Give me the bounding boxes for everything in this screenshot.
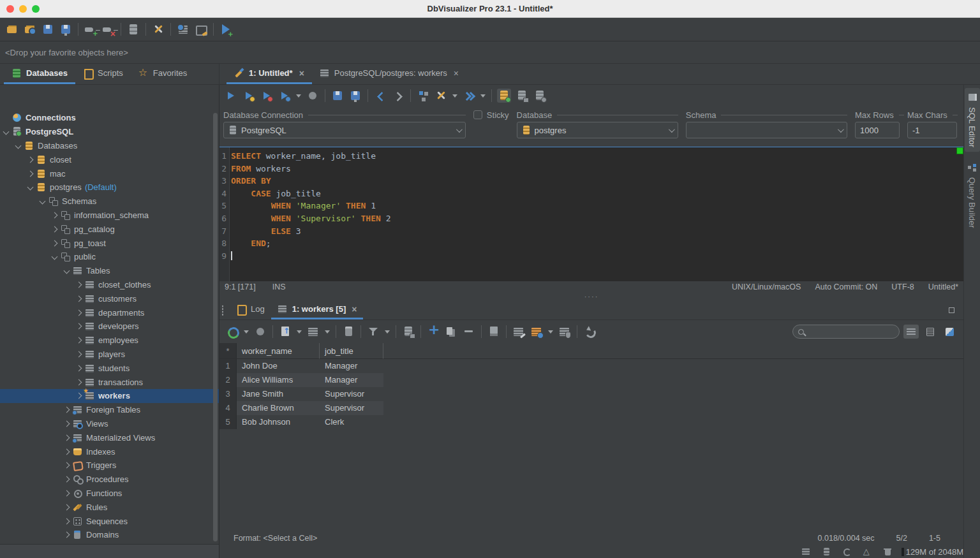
plus-icon[interactable]: [426, 325, 440, 339]
chevron-closed-icon[interactable]: [76, 337, 82, 344]
favorites-drop-bar[interactable]: <Drop your favorite objects here>: [0, 41, 980, 64]
chevron-closed-icon[interactable]: [52, 226, 58, 232]
grid-icon[interactable]: [306, 325, 320, 339]
tree-item-employees[interactable]: employees: [0, 334, 219, 348]
minus-icon[interactable]: [462, 325, 476, 339]
chevron-open-icon[interactable]: [3, 129, 10, 135]
tree-item-information-schema[interactable]: information_schema: [0, 209, 219, 223]
chevron-closed-icon[interactable]: [76, 365, 82, 371]
cell-worker-name[interactable]: John Doe: [237, 359, 320, 373]
chevron-down-icon[interactable]: [548, 330, 553, 334]
chevron-down-icon[interactable]: [297, 330, 302, 334]
results-tab-log[interactable]: Log: [230, 300, 271, 319]
search-input[interactable]: [807, 327, 894, 336]
tree-item-postgresql[interactable]: PostgreSQL: [0, 125, 219, 139]
row-number[interactable]: 1: [219, 359, 237, 373]
tree-item-workers[interactable]: workers: [0, 389, 219, 403]
side-tab-query-builder[interactable]: Query Builder: [965, 158, 980, 232]
sidebar-scrollbar[interactable]: [213, 113, 218, 541]
db-save-icon[interactable]: [401, 325, 415, 339]
minimize-window-button[interactable]: [19, 5, 27, 13]
horizontal-splitter[interactable]: ····: [219, 293, 963, 300]
tree-item-views[interactable]: Views: [0, 417, 219, 431]
code-line[interactable]: 2FROM workers: [219, 163, 963, 175]
chevron-open-icon[interactable]: [52, 254, 58, 260]
tree-item-developers[interactable]: developers: [0, 319, 219, 334]
chevron-closed-icon[interactable]: [64, 504, 70, 510]
code-line[interactable]: 4 CASE job_title: [219, 187, 963, 200]
table-clock-icon[interactable]: [176, 22, 190, 36]
row-number[interactable]: 2: [219, 373, 237, 387]
calc-icon[interactable]: [341, 325, 355, 339]
tools-icon[interactable]: [151, 22, 165, 36]
export-icon[interactable]: [278, 325, 292, 339]
mini-db-icon[interactable]: [821, 547, 831, 557]
play-blue-icon[interactable]: [278, 89, 292, 103]
tree-item-closet[interactable]: closet: [0, 152, 219, 166]
orgchart-icon[interactable]: [416, 89, 430, 103]
split-view-button[interactable]: [942, 325, 957, 339]
close-icon[interactable]: ×: [299, 68, 304, 78]
save-as-icon[interactable]: [59, 22, 73, 36]
chevron-down-icon[interactable]: [325, 330, 330, 334]
save-icon[interactable]: [330, 89, 345, 103]
tree-item-indexes[interactable]: Indexes: [0, 444, 219, 459]
db-active-icon[interactable]: [497, 89, 511, 103]
code-line[interactable]: 7 ELSE 3: [219, 225, 963, 238]
tree-item-departments[interactable]: departments: [0, 305, 219, 319]
chevron-closed-icon[interactable]: [52, 240, 58, 246]
row-number-header[interactable]: *: [219, 343, 237, 359]
grid-gear-icon[interactable]: [530, 325, 544, 339]
max-chars-input[interactable]: [912, 126, 952, 135]
cell-job-title[interactable]: Manager: [320, 359, 383, 373]
tree-item-materialized-views[interactable]: Materialized Views: [0, 430, 219, 444]
tree-item-pg-toast[interactable]: pg_toast: [0, 236, 219, 250]
db-save-icon[interactable]: [515, 89, 529, 103]
connection-select[interactable]: PostgreSQL: [223, 122, 466, 138]
memory-indicator[interactable]: 129M of 2048M: [902, 547, 963, 557]
connect-icon[interactable]: [84, 22, 98, 36]
code-line[interactable]: 1SELECT worker_name, job_title: [219, 150, 963, 163]
runto-icon[interactable]: [462, 89, 476, 103]
tree-item-tables[interactable]: Tables: [0, 264, 219, 278]
chevron-closed-icon[interactable]: [27, 156, 34, 163]
play-red-icon[interactable]: [260, 89, 274, 103]
encoding[interactable]: UTF-8: [891, 283, 914, 291]
chevron-closed-icon[interactable]: [64, 532, 70, 538]
chevron-down-icon[interactable]: [480, 94, 486, 98]
row-number[interactable]: 5: [219, 415, 237, 429]
chevron-closed-icon[interactable]: [76, 309, 82, 316]
column-header-job-title[interactable]: job_title: [320, 343, 383, 359]
chevron-closed-icon[interactable]: [64, 407, 70, 413]
code-line[interactable]: 5 WHEN 'Manager' THEN 1: [219, 200, 963, 212]
db-gray-icon[interactable]: [533, 89, 547, 103]
chevron-closed-icon[interactable]: [76, 379, 82, 385]
row-number[interactable]: 4: [219, 401, 237, 415]
tree-item-students[interactable]: students: [0, 361, 219, 375]
mini-sync-icon[interactable]: [842, 547, 852, 557]
tree-item-closet-clothes[interactable]: closet_clothes: [0, 278, 219, 292]
chevron-down-icon[interactable]: [244, 330, 249, 334]
zoom-window-button[interactable]: [32, 5, 40, 13]
tree-item-sequences[interactable]: Sequences: [0, 514, 219, 528]
tree-item-postgres[interactable]: postgres(Default): [0, 180, 219, 195]
chevron-closed-icon[interactable]: [27, 170, 34, 177]
back-icon[interactable]: [373, 89, 387, 103]
chevron-closed-icon[interactable]: [64, 490, 70, 496]
copy-icon[interactable]: [444, 325, 458, 339]
chevron-open-icon[interactable]: [64, 268, 70, 274]
editor-tab-postgresql-postgres-workers[interactable]: PostgreSQL/postgres: workers×: [312, 64, 466, 84]
cell-job-title[interactable]: Clerk: [320, 415, 383, 429]
grid-view-button[interactable]: [903, 325, 919, 339]
tree-item-players[interactable]: players: [0, 348, 219, 362]
chevron-down-icon[interactable]: [452, 94, 457, 98]
max-rows-input[interactable]: [860, 126, 895, 135]
row-number[interactable]: 3: [219, 387, 237, 401]
form-view-button[interactable]: [923, 325, 938, 339]
play-icon[interactable]: [224, 89, 238, 103]
code-line[interactable]: 8 END;: [219, 237, 963, 250]
tree-item-domains[interactable]: Domains: [0, 528, 219, 542]
tree-item-schemas[interactable]: Schemas: [0, 195, 219, 209]
close-icon[interactable]: ×: [454, 68, 459, 78]
code-line[interactable]: 6 WHEN 'Supervisor' THEN 2: [219, 212, 963, 225]
